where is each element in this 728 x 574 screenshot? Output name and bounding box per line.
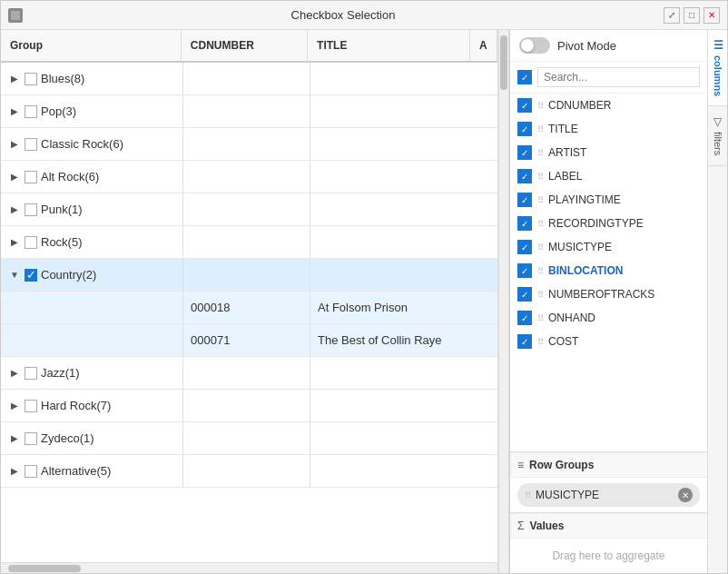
- expand-btn-zydeco[interactable]: ▶: [8, 432, 21, 445]
- list-item: ✓ ⠿ CDNUMBER: [510, 94, 707, 117]
- checkbox-altrock[interactable]: [25, 171, 37, 183]
- group-cell-punk: ▶ Punk(1): [1, 193, 182, 225]
- header-cdnumber[interactable]: CDNUMBER: [182, 30, 308, 61]
- title-c1: At Folsom Prison: [310, 292, 473, 323]
- checkbox-classicrock[interactable]: [25, 138, 37, 151]
- cdnumber-hardrock: [182, 390, 310, 421]
- title-classicrock: [310, 128, 473, 160]
- col-checkbox-title[interactable]: ✓: [517, 122, 532, 136]
- checkbox-zydeco[interactable]: [25, 432, 37, 445]
- group-cell-c2: [1, 324, 182, 356]
- cdnumber-alternative: [182, 455, 310, 487]
- checkbox-blues[interactable]: [25, 73, 37, 85]
- search-input[interactable]: [537, 67, 700, 87]
- drag-icon: ⠿: [537, 124, 543, 134]
- table-row: ▶ Hard Rock(7): [1, 390, 497, 422]
- table-row: ▶ Blues(8): [1, 63, 497, 95]
- col-checkbox-artist[interactable]: ✓: [517, 145, 532, 160]
- col-checkbox-musictype[interactable]: ✓: [517, 240, 532, 254]
- group-label-alternative: Alternative(5): [41, 464, 111, 478]
- header-group[interactable]: Group: [1, 30, 182, 61]
- expand-btn-punk[interactable]: ▶: [8, 203, 21, 216]
- table-row: 000071 The Best of Collin Raye: [1, 324, 497, 357]
- expand-btn-rock[interactable]: ▶: [8, 236, 21, 249]
- checkbox-punk[interactable]: [25, 203, 37, 216]
- list-item: ✓ ⠿ ONHAND: [510, 306, 707, 330]
- checkbox-rock[interactable]: [25, 236, 37, 249]
- header-title[interactable]: TITLE: [308, 30, 470, 61]
- horizontal-scrollbar[interactable]: [1, 562, 497, 573]
- chip-drag-icon: ⠿: [525, 490, 530, 500]
- group-cell-jazz: ▶ Jazz(1): [1, 357, 182, 389]
- content-area: Group CDNUMBER TITLE A ▶ Blues(8): [1, 30, 727, 573]
- list-item: ✓ ⠿ RECORDINGTYPE: [510, 212, 707, 235]
- drag-icon: ⠿: [537, 101, 543, 111]
- close-button[interactable]: ✕: [703, 7, 720, 24]
- col-checkbox-label[interactable]: ✓: [517, 169, 532, 183]
- row-group-chip-musictype: ⠿ MUSICTYPE ✕: [517, 483, 700, 507]
- col-checkbox-onhand[interactable]: ✓: [517, 311, 532, 325]
- chip-remove-musictype[interactable]: ✕: [678, 488, 693, 502]
- vertical-scrollbar[interactable]: [498, 30, 509, 573]
- title-hardrock: [310, 390, 473, 421]
- group-label-classicrock: Classic Rock(6): [41, 137, 123, 151]
- expand-btn-altrock[interactable]: ▶: [8, 171, 21, 183]
- checkbox-country[interactable]: ✓: [25, 269, 37, 282]
- checkbox-hardrock[interactable]: [25, 400, 37, 412]
- window-controls: ⤢ □ ✕: [664, 7, 720, 24]
- expand-btn-country[interactable]: ▼: [8, 269, 21, 282]
- cdnumber-jazz: [182, 357, 310, 389]
- title-c2: The Best of Collin Raye: [310, 324, 473, 356]
- group-cell-altrock: ▶ Alt Rock(6): [1, 161, 182, 193]
- table-row: ▶ Classic Rock(6): [1, 128, 497, 161]
- col-checkbox-numberoftracks[interactable]: ✓: [517, 287, 532, 302]
- table-row: ▶ Rock(5): [1, 226, 497, 259]
- col-checkbox-cdnumber[interactable]: ✓: [517, 98, 532, 113]
- checkbox-jazz[interactable]: [25, 367, 37, 380]
- checkbox-pop[interactable]: [25, 105, 37, 118]
- group-cell-hardrock: ▶ Hard Rock(7): [1, 390, 182, 421]
- table-row: 000018 At Folsom Prison: [1, 292, 497, 324]
- search-all-checkbox[interactable]: ✓: [517, 70, 532, 84]
- group-label-hardrock: Hard Rock(7): [41, 399, 111, 412]
- group-cell-country: ▼ ✓ Country(2): [1, 259, 182, 291]
- expand-btn-classicrock[interactable]: ▶: [8, 138, 21, 151]
- expand-btn-jazz[interactable]: ▶: [8, 367, 21, 380]
- drag-icon: ⠿: [537, 219, 543, 229]
- col-checkbox-cost[interactable]: ✓: [517, 334, 532, 349]
- maximize-button[interactable]: □: [684, 7, 700, 24]
- col-checkbox-playingtime[interactable]: ✓: [517, 193, 532, 207]
- restore-button[interactable]: ⤢: [664, 7, 680, 24]
- row-groups-title: Row Groups: [529, 459, 594, 471]
- table-row: ▶ Punk(1): [1, 193, 497, 226]
- search-row: ✓: [510, 62, 707, 94]
- cdnumber-punk: [182, 193, 310, 225]
- expand-btn-blues[interactable]: ▶: [8, 73, 21, 85]
- col-name-artist: ARTIST: [548, 146, 586, 159]
- expand-btn-alternative[interactable]: ▶: [8, 465, 21, 478]
- col-checkbox-binlocation[interactable]: ✓: [517, 263, 532, 278]
- cdnumber-pop: [182, 95, 310, 127]
- col-checkbox-recordingtype[interactable]: ✓: [517, 216, 532, 231]
- table-row: ▶ Pop(3): [1, 95, 497, 128]
- values-title: Values: [529, 520, 564, 532]
- group-cell-blues: ▶ Blues(8): [1, 63, 182, 94]
- table-row: ▶ Alt Rock(6): [1, 161, 497, 193]
- table-row: ▶ Alternative(5): [1, 455, 497, 488]
- checkbox-alternative[interactable]: [25, 465, 37, 478]
- grid-body[interactable]: ▶ Blues(8) ▶ Pop(3): [1, 63, 497, 562]
- row-groups-header: ≡ Row Groups: [510, 452, 707, 478]
- drag-icon: ⠿: [537, 313, 543, 323]
- expand-btn-pop[interactable]: ▶: [8, 105, 21, 118]
- tab-columns[interactable]: ☰ columns: [708, 30, 727, 106]
- panel-content: Pivot Mode ✓ ✓ ⠿ CDNUMBER: [510, 30, 707, 573]
- expand-btn-hardrock[interactable]: ▶: [8, 400, 21, 412]
- title-blues: [310, 63, 473, 94]
- header-a[interactable]: A: [470, 30, 497, 61]
- title-bar-center-wrapper: Checkbox Selection: [23, 8, 664, 22]
- columns-list[interactable]: ✓ ⠿ CDNUMBER ✓ ⠿ TITLE ✓ ⠿ ARTIST: [510, 94, 707, 451]
- tab-filters[interactable]: ▽ filters: [708, 106, 727, 165]
- pivot-mode-toggle[interactable]: [519, 37, 550, 54]
- chip-label-musictype: MUSICTYPE: [536, 489, 673, 501]
- data-grid: Group CDNUMBER TITLE A ▶ Blues(8): [1, 30, 498, 573]
